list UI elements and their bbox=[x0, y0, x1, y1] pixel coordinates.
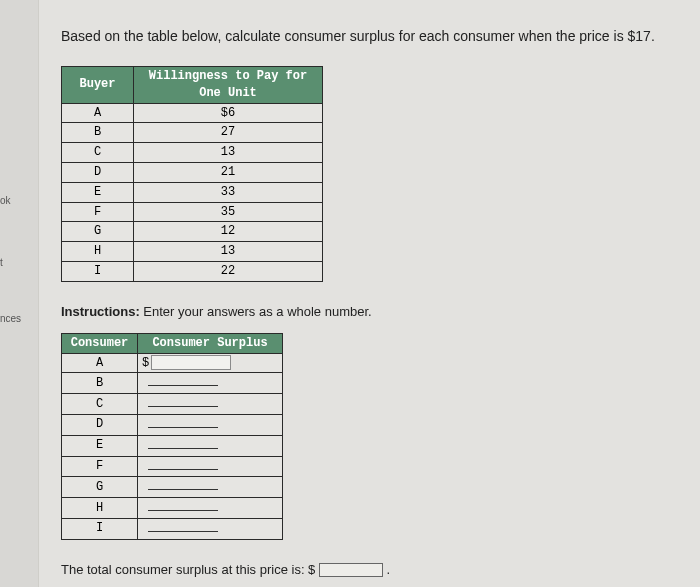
cell: 35 bbox=[134, 202, 323, 222]
table-row: H bbox=[62, 498, 283, 519]
cell: 21 bbox=[134, 162, 323, 182]
cell: E bbox=[62, 435, 138, 456]
dollar-sign: $ bbox=[142, 356, 149, 370]
table-row: A $ bbox=[62, 353, 283, 373]
cs-header-surplus: Consumer Surplus bbox=[138, 333, 283, 353]
answer-blank[interactable] bbox=[148, 520, 218, 532]
worksheet-page: Based on the table below, calculate cons… bbox=[38, 0, 700, 587]
wtp-header-wtp: Willingness to Pay for One Unit bbox=[134, 67, 323, 104]
answer-blank[interactable] bbox=[148, 437, 218, 449]
table-row: D21 bbox=[62, 162, 323, 182]
cs-header-consumer: Consumer bbox=[62, 333, 138, 353]
cell: 12 bbox=[134, 222, 323, 242]
cs-input-cell bbox=[138, 414, 283, 435]
consumer-surplus-table: Consumer Consumer Surplus A $ B C D E F … bbox=[61, 333, 283, 540]
cell: C bbox=[62, 394, 138, 415]
side-label-ok: ok bbox=[0, 195, 11, 206]
cell: 13 bbox=[134, 143, 323, 163]
table-row: A$6 bbox=[62, 103, 323, 123]
table-row: E bbox=[62, 435, 283, 456]
cell: H bbox=[62, 498, 138, 519]
cell: 22 bbox=[134, 261, 323, 281]
table-row: C bbox=[62, 394, 283, 415]
cs-input-cell bbox=[138, 373, 283, 394]
cell: B bbox=[62, 373, 138, 394]
cell: 13 bbox=[134, 242, 323, 262]
cell: A bbox=[62, 103, 134, 123]
cell: D bbox=[62, 162, 134, 182]
table-row: F bbox=[62, 456, 283, 477]
table-row: G bbox=[62, 477, 283, 498]
answer-blank[interactable] bbox=[148, 458, 218, 470]
cell: $6 bbox=[134, 103, 323, 123]
cell: F bbox=[62, 456, 138, 477]
cs-input-cell bbox=[138, 394, 283, 415]
instructions-text: Enter your answers as a whole number. bbox=[140, 304, 372, 319]
cell: A bbox=[62, 353, 138, 373]
cs-input-cell bbox=[138, 435, 283, 456]
total-line: The total consumer surplus at this price… bbox=[61, 562, 674, 577]
answer-blank[interactable] bbox=[148, 478, 218, 490]
cell: 27 bbox=[134, 123, 323, 143]
side-label-t: t bbox=[0, 257, 3, 268]
cell: G bbox=[62, 222, 134, 242]
table-row: B27 bbox=[62, 123, 323, 143]
table-row: F35 bbox=[62, 202, 323, 222]
table-row: B bbox=[62, 373, 283, 394]
cs-input-cell bbox=[138, 498, 283, 519]
cell: I bbox=[62, 261, 134, 281]
wtp-table: Buyer Willingness to Pay for One Unit A$… bbox=[61, 66, 323, 282]
cell: I bbox=[62, 518, 138, 539]
table-row: I22 bbox=[62, 261, 323, 281]
instructions: Instructions: Enter your answers as a wh… bbox=[61, 304, 674, 319]
table-row: D bbox=[62, 414, 283, 435]
cs-input-cell: $ bbox=[138, 353, 283, 373]
cell: H bbox=[62, 242, 134, 262]
cell: E bbox=[62, 182, 134, 202]
cell: G bbox=[62, 477, 138, 498]
cell: F bbox=[62, 202, 134, 222]
table-row: C13 bbox=[62, 143, 323, 163]
cs-input-a[interactable] bbox=[151, 355, 231, 370]
answer-blank[interactable] bbox=[148, 395, 218, 407]
side-label-nces: nces bbox=[0, 313, 21, 324]
cs-input-cell bbox=[138, 456, 283, 477]
cs-input-cell bbox=[138, 518, 283, 539]
wtp-header-buyer: Buyer bbox=[62, 67, 134, 104]
answer-blank[interactable] bbox=[148, 499, 218, 511]
instructions-label: Instructions: bbox=[61, 304, 140, 319]
table-row: H13 bbox=[62, 242, 323, 262]
cell: D bbox=[62, 414, 138, 435]
cell: 33 bbox=[134, 182, 323, 202]
cell: B bbox=[62, 123, 134, 143]
total-text-after: . bbox=[383, 562, 390, 577]
cs-input-cell bbox=[138, 477, 283, 498]
table-row: G12 bbox=[62, 222, 323, 242]
total-text-before: The total consumer surplus at this price… bbox=[61, 562, 319, 577]
cell: C bbox=[62, 143, 134, 163]
answer-blank[interactable] bbox=[148, 374, 218, 386]
total-surplus-input[interactable] bbox=[319, 563, 383, 577]
question-text: Based on the table below, calculate cons… bbox=[61, 28, 674, 44]
table-row: E33 bbox=[62, 182, 323, 202]
table-row: I bbox=[62, 518, 283, 539]
answer-blank[interactable] bbox=[148, 416, 218, 428]
